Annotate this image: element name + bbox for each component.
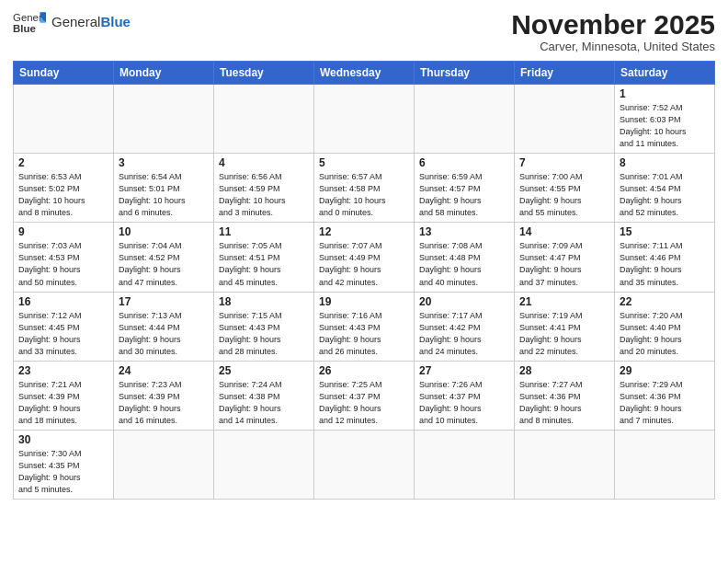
day-number: 21 bbox=[519, 295, 609, 308]
day-info: Sunrise: 7:15 AM Sunset: 4:43 PM Dayligh… bbox=[219, 310, 309, 358]
calendar-day-cell: 28Sunrise: 7:27 AM Sunset: 4:36 PM Dayli… bbox=[515, 361, 615, 430]
logo: General Blue GeneralBlue bbox=[13, 9, 131, 35]
calendar-day-cell bbox=[214, 85, 314, 154]
weekday-header-saturday: Saturday bbox=[615, 62, 715, 85]
calendar-week-row: 1Sunrise: 7:52 AM Sunset: 6:03 PM Daylig… bbox=[14, 85, 715, 154]
day-info: Sunrise: 7:30 AM Sunset: 4:35 PM Dayligh… bbox=[18, 448, 108, 496]
day-info: Sunrise: 7:12 AM Sunset: 4:45 PM Dayligh… bbox=[18, 310, 108, 358]
day-number: 1 bbox=[620, 87, 710, 100]
day-number: 11 bbox=[219, 225, 309, 238]
day-number: 18 bbox=[219, 295, 309, 308]
calendar-day-cell: 7Sunrise: 7:00 AM Sunset: 4:55 PM Daylig… bbox=[515, 154, 615, 223]
generalblue-logo-icon: General Blue bbox=[13, 9, 46, 35]
weekday-header-sunday: Sunday bbox=[14, 62, 114, 85]
day-number: 14 bbox=[519, 225, 609, 238]
calendar-day-cell bbox=[415, 430, 515, 499]
weekday-header-tuesday: Tuesday bbox=[214, 62, 314, 85]
calendar-week-row: 2Sunrise: 6:53 AM Sunset: 5:02 PM Daylig… bbox=[14, 154, 715, 223]
day-info: Sunrise: 7:05 AM Sunset: 4:51 PM Dayligh… bbox=[219, 240, 309, 288]
day-number: 5 bbox=[319, 156, 409, 169]
calendar-day-cell: 3Sunrise: 6:54 AM Sunset: 5:01 PM Daylig… bbox=[114, 154, 214, 223]
day-info: Sunrise: 7:03 AM Sunset: 4:53 PM Dayligh… bbox=[18, 240, 108, 288]
month-title: November 2025 bbox=[511, 9, 715, 40]
logo-text: GeneralBlue bbox=[51, 14, 131, 29]
calendar-day-cell: 1Sunrise: 7:52 AM Sunset: 6:03 PM Daylig… bbox=[615, 85, 715, 154]
day-number: 19 bbox=[319, 295, 409, 308]
calendar-day-cell: 22Sunrise: 7:20 AM Sunset: 4:40 PM Dayli… bbox=[615, 292, 715, 361]
day-info: Sunrise: 6:59 AM Sunset: 4:57 PM Dayligh… bbox=[419, 171, 509, 219]
day-info: Sunrise: 7:11 AM Sunset: 4:46 PM Dayligh… bbox=[620, 240, 710, 288]
day-number: 27 bbox=[419, 364, 509, 377]
calendar-day-cell: 2Sunrise: 6:53 AM Sunset: 5:02 PM Daylig… bbox=[14, 154, 114, 223]
calendar-day-cell: 23Sunrise: 7:21 AM Sunset: 4:39 PM Dayli… bbox=[14, 361, 114, 430]
calendar-week-row: 16Sunrise: 7:12 AM Sunset: 4:45 PM Dayli… bbox=[14, 292, 715, 361]
calendar-day-cell: 4Sunrise: 6:56 AM Sunset: 4:59 PM Daylig… bbox=[214, 154, 314, 223]
title-block: November 2025 Carver, Minnesota, United … bbox=[511, 9, 715, 53]
calendar-day-cell bbox=[415, 85, 515, 154]
day-number: 13 bbox=[419, 225, 509, 238]
day-info: Sunrise: 7:01 AM Sunset: 4:54 PM Dayligh… bbox=[620, 171, 710, 219]
day-info: Sunrise: 7:19 AM Sunset: 4:41 PM Dayligh… bbox=[519, 310, 609, 358]
day-info: Sunrise: 7:27 AM Sunset: 4:36 PM Dayligh… bbox=[519, 379, 609, 427]
location-subtitle: Carver, Minnesota, United States bbox=[511, 40, 715, 53]
calendar-day-cell bbox=[515, 430, 615, 499]
day-number: 15 bbox=[620, 225, 710, 238]
day-number: 16 bbox=[18, 295, 108, 308]
day-info: Sunrise: 7:04 AM Sunset: 4:52 PM Dayligh… bbox=[119, 240, 209, 288]
calendar-day-cell bbox=[515, 85, 615, 154]
calendar-day-cell bbox=[314, 85, 415, 154]
day-number: 22 bbox=[620, 295, 710, 308]
calendar-week-row: 30Sunrise: 7:30 AM Sunset: 4:35 PM Dayli… bbox=[14, 430, 715, 499]
day-number: 20 bbox=[419, 295, 509, 308]
weekday-header-wednesday: Wednesday bbox=[314, 62, 415, 85]
day-info: Sunrise: 6:53 AM Sunset: 5:02 PM Dayligh… bbox=[18, 171, 108, 219]
calendar-day-cell: 26Sunrise: 7:25 AM Sunset: 4:37 PM Dayli… bbox=[314, 361, 415, 430]
day-number: 4 bbox=[219, 156, 309, 169]
calendar-day-cell bbox=[214, 430, 314, 499]
day-number: 28 bbox=[519, 364, 609, 377]
weekday-header-thursday: Thursday bbox=[415, 62, 515, 85]
calendar-day-cell: 18Sunrise: 7:15 AM Sunset: 4:43 PM Dayli… bbox=[214, 292, 314, 361]
calendar-day-cell: 24Sunrise: 7:23 AM Sunset: 4:39 PM Dayli… bbox=[114, 361, 214, 430]
day-info: Sunrise: 7:00 AM Sunset: 4:55 PM Dayligh… bbox=[519, 171, 609, 219]
day-info: Sunrise: 7:08 AM Sunset: 4:48 PM Dayligh… bbox=[419, 240, 509, 288]
calendar-day-cell: 6Sunrise: 6:59 AM Sunset: 4:57 PM Daylig… bbox=[415, 154, 515, 223]
day-info: Sunrise: 7:16 AM Sunset: 4:43 PM Dayligh… bbox=[319, 310, 409, 358]
day-number: 29 bbox=[620, 364, 710, 377]
day-info: Sunrise: 7:09 AM Sunset: 4:47 PM Dayligh… bbox=[519, 240, 609, 288]
weekday-header-monday: Monday bbox=[114, 62, 214, 85]
calendar-day-cell: 27Sunrise: 7:26 AM Sunset: 4:37 PM Dayli… bbox=[415, 361, 515, 430]
day-info: Sunrise: 7:23 AM Sunset: 4:39 PM Dayligh… bbox=[119, 379, 209, 427]
calendar-day-cell bbox=[14, 85, 114, 154]
calendar-day-cell: 5Sunrise: 6:57 AM Sunset: 4:58 PM Daylig… bbox=[314, 154, 415, 223]
day-info: Sunrise: 7:21 AM Sunset: 4:39 PM Dayligh… bbox=[18, 379, 108, 427]
day-info: Sunrise: 7:13 AM Sunset: 4:44 PM Dayligh… bbox=[119, 310, 209, 358]
svg-text:Blue: Blue bbox=[13, 23, 36, 34]
calendar-table: SundayMondayTuesdayWednesdayThursdayFrid… bbox=[13, 61, 715, 500]
calendar-day-cell: 12Sunrise: 7:07 AM Sunset: 4:49 PM Dayli… bbox=[314, 223, 415, 292]
day-number: 9 bbox=[18, 225, 108, 238]
day-number: 12 bbox=[319, 225, 409, 238]
calendar-day-cell bbox=[114, 430, 214, 499]
calendar-day-cell: 16Sunrise: 7:12 AM Sunset: 4:45 PM Dayli… bbox=[14, 292, 114, 361]
calendar-day-cell bbox=[615, 430, 715, 499]
day-number: 23 bbox=[18, 364, 108, 377]
weekday-header-row: SundayMondayTuesdayWednesdayThursdayFrid… bbox=[14, 62, 715, 85]
calendar-day-cell bbox=[314, 430, 415, 499]
calendar-day-cell: 25Sunrise: 7:24 AM Sunset: 4:38 PM Dayli… bbox=[214, 361, 314, 430]
day-info: Sunrise: 7:07 AM Sunset: 4:49 PM Dayligh… bbox=[319, 240, 409, 288]
weekday-header-friday: Friday bbox=[515, 62, 615, 85]
day-number: 24 bbox=[119, 364, 209, 377]
day-info: Sunrise: 6:54 AM Sunset: 5:01 PM Dayligh… bbox=[119, 171, 209, 219]
calendar-day-cell: 10Sunrise: 7:04 AM Sunset: 4:52 PM Dayli… bbox=[114, 223, 214, 292]
calendar-day-cell: 21Sunrise: 7:19 AM Sunset: 4:41 PM Dayli… bbox=[515, 292, 615, 361]
day-number: 2 bbox=[18, 156, 108, 169]
day-number: 26 bbox=[319, 364, 409, 377]
day-number: 7 bbox=[519, 156, 609, 169]
day-info: Sunrise: 7:17 AM Sunset: 4:42 PM Dayligh… bbox=[419, 310, 509, 358]
calendar-week-row: 23Sunrise: 7:21 AM Sunset: 4:39 PM Dayli… bbox=[14, 361, 715, 430]
calendar-day-cell: 20Sunrise: 7:17 AM Sunset: 4:42 PM Dayli… bbox=[415, 292, 515, 361]
day-info: Sunrise: 6:56 AM Sunset: 4:59 PM Dayligh… bbox=[219, 171, 309, 219]
day-number: 8 bbox=[620, 156, 710, 169]
day-info: Sunrise: 7:29 AM Sunset: 4:36 PM Dayligh… bbox=[620, 379, 710, 427]
